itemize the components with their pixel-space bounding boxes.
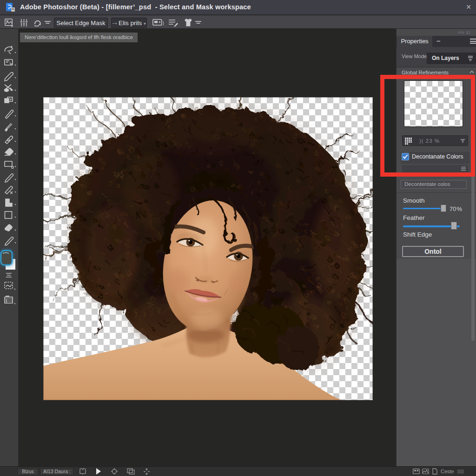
svg-text:}: } [163,21,164,26]
